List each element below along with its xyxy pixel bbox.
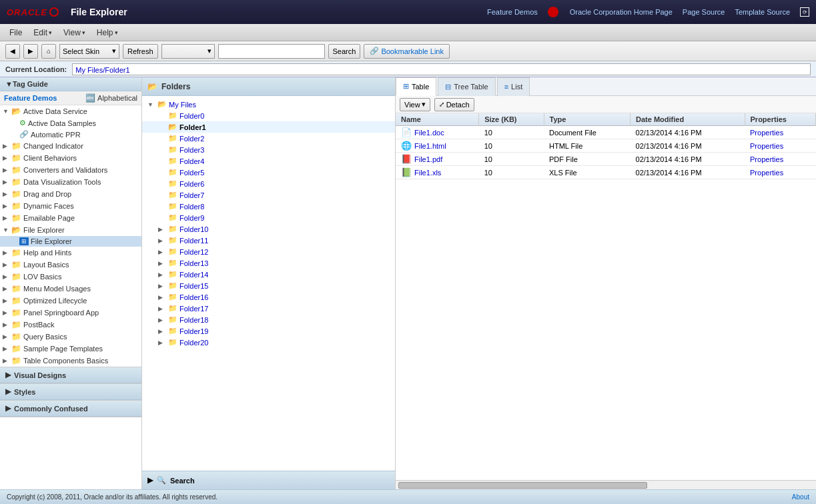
- oracle-home-link[interactable]: Oracle Corporation Home Page: [570, 8, 673, 16]
- properties-link-pdf[interactable]: Properties: [750, 155, 783, 163]
- search-scope-dropdown[interactable]: ▾: [161, 44, 215, 59]
- forward-button[interactable]: ▶: [23, 44, 38, 59]
- item-label: Emailable Page: [23, 214, 75, 222]
- file-link-doc[interactable]: 📄 File1.doc: [401, 127, 474, 137]
- sidebar-item-converters-validators[interactable]: ▶ 📁 Converters and Validators: [0, 164, 141, 176]
- folder-icon: 📁: [11, 153, 21, 163]
- sidebar-item-active-data-service[interactable]: ▼ 📂 Active Data Service: [0, 105, 141, 117]
- folder-folder8[interactable]: 📁 Folder8: [142, 201, 395, 212]
- tab-table[interactable]: ⊞ Table: [396, 77, 436, 96]
- folder-folder12[interactable]: ▶ 📁 Folder12: [142, 246, 395, 257]
- folder-folder4[interactable]: 📁 Folder4: [142, 155, 395, 167]
- folder-folder17[interactable]: ▶ 📁 Folder17: [142, 303, 395, 314]
- sidebar-item-automatic-ppr[interactable]: 🔗 Automatic PPR: [0, 129, 141, 140]
- commonly-confused-header[interactable]: ▶ Commonly Confused: [0, 401, 141, 417]
- sidebar-item-optimized-lifecycle[interactable]: ▶ 📁 Optimized Lifecycle: [0, 295, 141, 307]
- view-button[interactable]: View ▾: [400, 98, 430, 111]
- footer: Copyright (c) 2008, 2011, Oracle and/or …: [0, 489, 816, 504]
- bookmarkable-link-button[interactable]: 🔗 Bookmarkable Link: [364, 44, 450, 59]
- sidebar-item-help-hints[interactable]: ▶ 📁 Help and Hints: [0, 247, 141, 259]
- template-source-link[interactable]: Template Source: [735, 8, 790, 16]
- sidebar-item-lov-basics[interactable]: ▶ 📁 LOV Basics: [0, 271, 141, 283]
- file-link-html[interactable]: 🌐 File1.html: [401, 141, 474, 151]
- folder-folder6[interactable]: 📁 Folder6: [142, 178, 395, 189]
- app-title: File Explorer: [71, 7, 127, 17]
- about-link[interactable]: About: [792, 493, 809, 501]
- sidebar-item-client-behaviors[interactable]: ▶ 📁 Client Behaviors: [0, 152, 141, 164]
- folder-folder11[interactable]: ▶ 📁 Folder11: [142, 235, 395, 246]
- file-date: 02/13/2014 4:16 PM: [631, 126, 745, 139]
- folder-label: Folder10: [179, 225, 208, 233]
- tab-list[interactable]: ≡ List: [497, 77, 530, 96]
- feature-demos-link[interactable]: Feature Demos: [487, 8, 538, 16]
- sidebar-item-postback[interactable]: ▶ 📁 PostBack: [0, 319, 141, 331]
- search-input[interactable]: [218, 44, 325, 59]
- page-source-link[interactable]: Page Source: [683, 8, 725, 16]
- folder-folder14[interactable]: ▶ 📁 Folder14: [142, 269, 395, 280]
- visual-designs-header[interactable]: ▶ Visual Designs: [0, 367, 141, 383]
- folder-folder2[interactable]: 📁 Folder2: [142, 133, 395, 144]
- sidebar-item-drag-drop[interactable]: ▶ 📁 Drag and Drop: [0, 188, 141, 200]
- sidebar-item-query-basics[interactable]: ▶ 📁 Query Basics: [0, 331, 141, 343]
- edit-menu[interactable]: Edit ▾: [29, 27, 56, 39]
- folder-label: Folder19: [179, 327, 208, 335]
- properties-link-html[interactable]: Properties: [750, 142, 783, 150]
- sidebar-item-table-components[interactable]: ▶ 📁 Table Components Basics: [0, 355, 141, 367]
- folder-folder19[interactable]: ▶ 📁 Folder19: [142, 325, 395, 337]
- sidebar-item-file-explorer-group[interactable]: ▼ 📂 File Explorer: [0, 224, 141, 236]
- folder-label: Folder15: [179, 282, 208, 290]
- scrollbar-thumb[interactable]: [398, 482, 647, 489]
- properties-link-xls[interactable]: Properties: [750, 169, 783, 177]
- folder-folder7[interactable]: 📁 Folder7: [142, 189, 395, 201]
- sidebar-item-menu-model[interactable]: ▶ 📁 Menu Model Usages: [0, 283, 141, 295]
- view-menu[interactable]: View ▾: [59, 27, 89, 39]
- folder-label: Folder16: [179, 293, 208, 301]
- folder-folder1[interactable]: 📂 Folder1: [142, 121, 395, 133]
- help-menu[interactable]: Help ▾: [93, 27, 122, 39]
- folder-folder9[interactable]: 📁 Folder9: [142, 212, 395, 223]
- folder-folder5[interactable]: 📁 Folder5: [142, 167, 395, 178]
- folder-folder20[interactable]: ▶ 📁 Folder20: [142, 337, 395, 348]
- sidebar: ▼ Tag Guide Feature Demos 🔤 Alphabetical…: [0, 77, 142, 489]
- search-button[interactable]: Search: [328, 44, 361, 59]
- folder-folder10[interactable]: ▶ 📁 Folder10: [142, 223, 395, 235]
- sidebar-item-active-data-samples[interactable]: ⚙ Active Data Samples: [0, 117, 141, 129]
- styles-header[interactable]: ▶ Styles: [0, 384, 141, 400]
- back-button[interactable]: ◀: [5, 44, 20, 59]
- sidebar-item-changed-indicator[interactable]: ▶ 📁 Changed Indicator: [0, 140, 141, 152]
- properties-link-doc[interactable]: Properties: [750, 129, 783, 137]
- skin-dropdown-arrow: ▾: [112, 47, 116, 55]
- refresh-button[interactable]: Refresh: [123, 44, 158, 59]
- home-button[interactable]: ⌂: [41, 44, 56, 59]
- horizontal-scrollbar[interactable]: [396, 480, 816, 489]
- detach-button[interactable]: ⤢ Detach: [434, 98, 474, 111]
- tab-tree-table[interactable]: ⊟ Tree Table: [438, 77, 495, 96]
- sidebar-item-sample-page-templates[interactable]: ▶ 📁 Sample Page Templates: [0, 343, 141, 355]
- table-row: 📕 File1.pdf 10 PDF File 02/13/2014 4:16 …: [396, 153, 816, 166]
- sidebar-item-panel-springboard[interactable]: ▶ 📁 Panel Springboard App: [0, 307, 141, 319]
- search-bottom-label: Search: [170, 477, 195, 485]
- file-menu[interactable]: File: [5, 27, 26, 39]
- folder-label: Folder18: [179, 316, 208, 324]
- file-link-xls[interactable]: 📗 File1.xls: [401, 167, 474, 177]
- sidebar-item-layout-basics[interactable]: ▶ 📁 Layout Basics: [0, 259, 141, 271]
- folder-folder0[interactable]: 📁 Folder0: [142, 110, 395, 121]
- select-skin-dropdown[interactable]: Select Skin ▾: [59, 44, 119, 59]
- sidebar-item-data-visualization[interactable]: ▶ 📁 Data Visualization Tools: [0, 176, 141, 188]
- folder-folder3[interactable]: 📁 Folder3: [142, 144, 395, 155]
- tag-guide-header[interactable]: ▼ Tag Guide: [0, 77, 141, 91]
- folder-folder18[interactable]: ▶ 📁 Folder18: [142, 314, 395, 325]
- expander-icon: ▼: [3, 108, 9, 115]
- folder-folder16[interactable]: ▶ 📁 Folder16: [142, 291, 395, 303]
- sidebar-item-emailable-page[interactable]: ▶ 📁 Emailable Page: [0, 212, 141, 224]
- sidebar-item-file-explorer[interactable]: ⊞ File Explorer: [0, 236, 141, 247]
- folder-my-files[interactable]: ▼ 📂 My Files: [142, 99, 395, 110]
- folder-icon: 📁: [11, 308, 21, 317]
- expander-icon: ▶: [3, 357, 9, 364]
- sidebar-item-dynamic-faces[interactable]: ▶ 📁 Dynamic Faces: [0, 200, 141, 212]
- file-link-pdf[interactable]: 📕 File1.pdf: [401, 154, 474, 164]
- folder-folder15[interactable]: ▶ 📁 Folder15: [142, 280, 395, 291]
- folder-folder13[interactable]: ▶ 📁 Folder13: [142, 257, 395, 269]
- file-type: Document File: [544, 126, 631, 139]
- folder-icon: 📁: [168, 168, 177, 177]
